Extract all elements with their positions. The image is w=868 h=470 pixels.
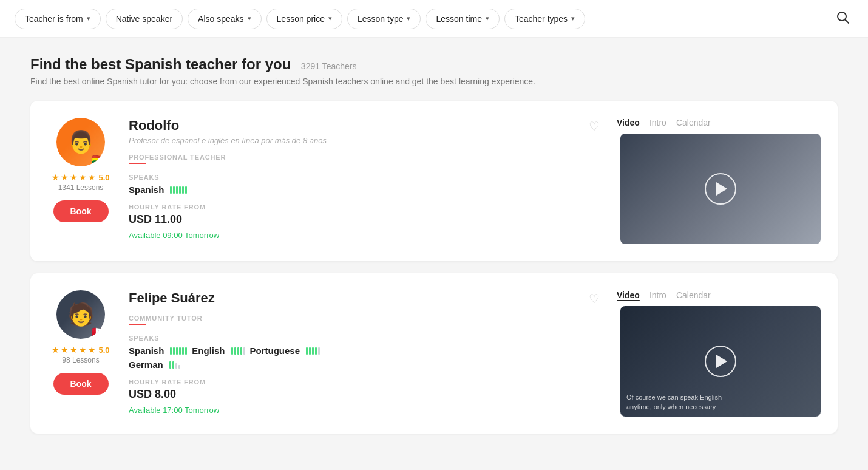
- svg-line-1: [846, 19, 849, 23]
- teacher-name: Rodolfo: [129, 118, 179, 134]
- filter-lesson-price[interactable]: Lesson price ▾: [266, 9, 342, 29]
- play-icon: [716, 182, 727, 196]
- accent-bar: [129, 324, 146, 325]
- avatar-image: 👨: [67, 129, 95, 155]
- filter-teacher-is-from-label: Teacher is from: [25, 14, 83, 24]
- play-button-rodolfo[interactable]: [705, 173, 736, 205]
- level-bars-portuguese: [306, 347, 320, 355]
- book-button-felipe[interactable]: Book: [53, 373, 109, 395]
- page-subtitle: Find the best online Spanish tutor for y…: [30, 77, 838, 86]
- lessons-count: 1341 Lessons: [58, 183, 104, 192]
- avatar-felipe: 🧑 🇵🇪: [56, 290, 105, 339]
- language-english: English: [192, 346, 225, 356]
- language-spanish: Spanish: [129, 185, 164, 195]
- filter-lesson-type-label: Lesson type: [358, 14, 404, 24]
- tab-calendar-rodolfo[interactable]: Calendar: [676, 118, 711, 128]
- filter-native-speaker-label: Native speaker: [116, 14, 172, 24]
- flag-badge: 🇧🇴: [92, 154, 104, 165]
- level-bars-german: [169, 361, 180, 369]
- level-bars-english: [231, 347, 245, 355]
- chevron-down-icon: ▾: [407, 15, 410, 22]
- teacher-card-felipe: 🧑 🇵🇪 ★ ★ ★ ★ ★ 5.0 98 Lessons Book Felip…: [30, 273, 838, 434]
- filter-teacher-types[interactable]: Teacher types ▾: [504, 9, 585, 29]
- level-bars-spanish: [170, 347, 187, 355]
- tab-calendar-felipe[interactable]: Calendar: [676, 290, 711, 300]
- speaks-row-2: German: [129, 359, 600, 370]
- community-badge: COMMUNITY TUTOR: [129, 315, 600, 322]
- tab-video-felipe[interactable]: Video: [617, 290, 640, 300]
- accent-bar: [129, 163, 146, 164]
- filter-also-speaks[interactable]: Also speaks ▾: [188, 9, 261, 29]
- avatar-rodolfo: 👨 🇧🇴: [56, 118, 105, 166]
- video-caption: Of course we can speak English anytime, …: [626, 393, 748, 412]
- card-left-rodolfo: 👨 🇧🇴 ★ ★ ★ ★ ★ 5.0 1341 Lessons Book: [47, 118, 114, 244]
- level-bars-spanish: [170, 186, 187, 194]
- page-title: Find the best Spanish teacher for you: [30, 56, 291, 72]
- teacher-count: 3291 Teachers: [301, 61, 357, 71]
- favorite-button-rodolfo[interactable]: ♡: [589, 119, 600, 134]
- star-rating: ★ ★ ★ ★ ★ 5.0: [52, 172, 109, 182]
- availability: Available 17:00 Tomorrow: [129, 406, 600, 415]
- filter-lesson-time-label: Lesson time: [436, 14, 481, 24]
- teacher-card-rodolfo: 👨 🇧🇴 ★ ★ ★ ★ ★ 5.0 1341 Lessons Book Rod…: [30, 101, 838, 261]
- teacher-name: Felipe Suárez: [129, 290, 215, 306]
- filter-lesson-price-label: Lesson price: [277, 14, 325, 24]
- chevron-down-icon: ▾: [486, 15, 489, 22]
- card-right-rodolfo: Video Intro Calendar: [614, 118, 821, 244]
- book-button-rodolfo[interactable]: Book: [53, 200, 109, 222]
- video-thumbnail-rodolfo[interactable]: [620, 134, 821, 244]
- video-tabs-felipe: Video Intro Calendar: [614, 290, 821, 300]
- tab-intro-felipe[interactable]: Intro: [649, 290, 666, 300]
- chevron-down-icon: ▾: [571, 15, 575, 22]
- rating-number: 5.0: [98, 173, 109, 182]
- filter-lesson-type[interactable]: Lesson type ▾: [347, 9, 421, 29]
- hourly-rate-label: HOURLY RATE FROM: [129, 203, 600, 211]
- filter-native-speaker[interactable]: Native speaker: [106, 9, 183, 29]
- lessons-count: 98 Lessons: [62, 356, 99, 364]
- card-right-felipe: Video Intro Calendar Of course we can sp…: [614, 290, 821, 417]
- flag-badge: 🇵🇪: [92, 326, 104, 338]
- card-middle-rodolfo: Rodolfo ♡ Profesor de español e inglés e…: [129, 118, 600, 244]
- tab-video-rodolfo[interactable]: Video: [617, 118, 640, 128]
- teacher-cards: 👨 🇧🇴 ★ ★ ★ ★ ★ 5.0 1341 Lessons Book Rod…: [30, 101, 838, 434]
- rating-number: 5.0: [98, 346, 109, 355]
- play-button-felipe[interactable]: [705, 346, 736, 377]
- tab-intro-rodolfo[interactable]: Intro: [649, 118, 666, 128]
- availability: Available 09:00 Tomorrow: [129, 231, 600, 240]
- play-icon: [716, 355, 727, 368]
- star-rating: ★ ★ ★ ★ ★ 5.0: [52, 345, 109, 355]
- language-portuguese: Portuguese: [250, 346, 300, 356]
- chevron-down-icon: ▾: [328, 15, 332, 22]
- avatar-image: 🧑: [67, 302, 95, 327]
- hourly-price: USD 8.00: [129, 388, 600, 401]
- video-tabs-rodolfo: Video Intro Calendar: [614, 118, 821, 128]
- favorite-button-felipe[interactable]: ♡: [589, 291, 600, 306]
- filter-teacher-is-from[interactable]: Teacher is from ▾: [15, 9, 101, 29]
- speaks-row: Spanish: [129, 185, 600, 195]
- page-heading: Find the best Spanish teacher for you 32…: [30, 56, 838, 73]
- language-german: German: [129, 359, 163, 370]
- top-nav: Teacher is from ▾ Native speaker Also sp…: [0, 0, 868, 38]
- card-left-felipe: 🧑 🇵🇪 ★ ★ ★ ★ ★ 5.0 98 Lessons Book: [47, 290, 114, 417]
- chevron-down-icon: ▾: [248, 15, 251, 22]
- speaks-label: SPEAKS: [129, 335, 600, 342]
- hourly-rate-label: HOURLY RATE FROM: [129, 378, 600, 386]
- hourly-price: USD 11.00: [129, 213, 600, 226]
- search-icon: [835, 10, 850, 24]
- video-thumbnail-felipe[interactable]: Of course we can speak English anytime, …: [620, 306, 821, 417]
- card-middle-felipe: Felipe Suárez ♡ COMMUNITY TUTOR SPEAKS S…: [129, 290, 600, 417]
- search-button[interactable]: [832, 6, 853, 32]
- speaks-row: Spanish English: [129, 346, 600, 356]
- filter-also-speaks-label: Also speaks: [198, 14, 243, 24]
- filter-teacher-types-label: Teacher types: [515, 14, 568, 24]
- teacher-tagline: Profesor de español e inglés en línea po…: [129, 136, 600, 145]
- speaks-label: SPEAKS: [129, 174, 600, 181]
- filter-lesson-time[interactable]: Lesson time ▾: [426, 9, 499, 29]
- main-content: Find the best Spanish teacher for you 32…: [0, 38, 868, 452]
- professional-badge: PROFESSIONAL TEACHER: [129, 154, 600, 161]
- chevron-down-icon: ▾: [87, 15, 90, 22]
- language-spanish: Spanish: [129, 346, 164, 356]
